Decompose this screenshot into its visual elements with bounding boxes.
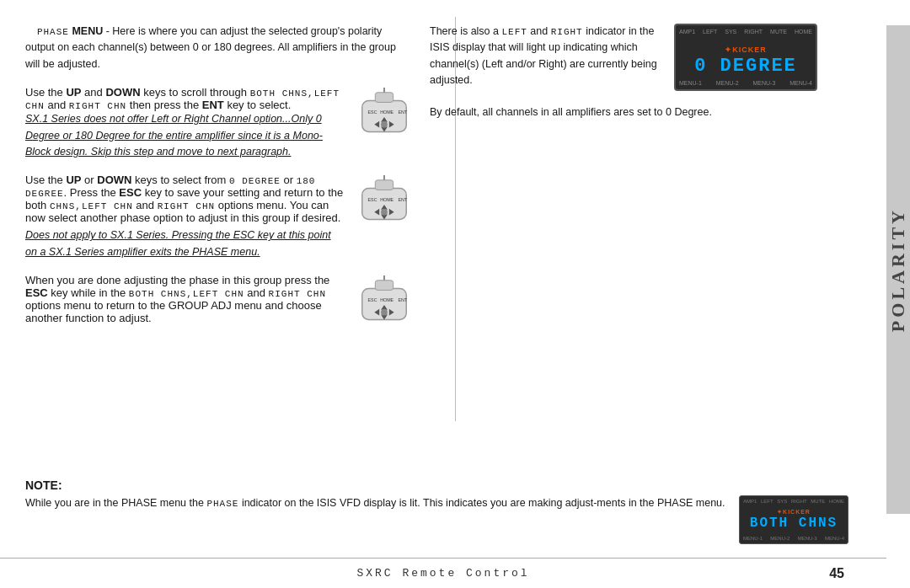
svg-text:ESC: ESC xyxy=(368,297,377,302)
use-the: Use the xyxy=(25,86,66,99)
svg-point-10 xyxy=(381,121,388,128)
note-header: NOTE: xyxy=(25,478,861,492)
sx1-note-1: SX.1 Series does not offer Left or Right… xyxy=(25,113,323,158)
controller-image-3: ESC HOME ENT xyxy=(356,274,413,331)
select-degree-text: Use the UP or DOWN keys to select from 0… xyxy=(25,174,345,260)
phase-menu-intro: PHASE MENU - Here is where you can adjus… xyxy=(25,24,413,72)
phase-indicator-note: PHASE xyxy=(206,499,238,509)
page-container: POLARITY PHASE MENU - Here is where you … xyxy=(0,0,910,588)
up-down-block: Use the UP and DOWN keys to scroll throu… xyxy=(25,86,413,160)
0-degree-mono: 0 DEGREE xyxy=(229,176,281,186)
controller-svg-2: ESC HOME ENT xyxy=(356,174,413,231)
note-display-text: BOTH CHNS xyxy=(750,516,838,531)
sx1-note-2: Does not apply to SX.1 Series. Pressing … xyxy=(25,229,331,257)
down-key-2: DOWN xyxy=(97,174,131,186)
done-adjusting-block: When you are done adjusting the phase in… xyxy=(25,274,413,331)
note-kicker-logo: ✦KICKER xyxy=(777,509,811,516)
note-bottom-labels: MENU-1MENU-2MENU-3MENU-4 xyxy=(740,536,848,541)
tab-text: POLARITY xyxy=(887,207,909,332)
display-bottom-labels: MENU-1 MENU-2 MENU-3 MENU-4 xyxy=(676,80,816,86)
svg-rect-12 xyxy=(375,180,393,190)
up-key-2: UP xyxy=(66,174,81,186)
esc-key: ESC xyxy=(119,186,142,199)
display-center: ✦KICKER 0 DEGREE xyxy=(694,45,797,77)
bottom-bar: SXRC Remote Control 45 xyxy=(0,558,886,588)
done-adjusting-text: When you are done adjusting the phase in… xyxy=(25,274,345,324)
svg-point-32 xyxy=(381,309,388,316)
controller-svg-3: ESC HOME ENT xyxy=(356,274,413,331)
right-tab: POLARITY xyxy=(886,25,910,514)
menu-bold: MENU xyxy=(72,25,103,37)
controller-image-1: ESC HOME ENT xyxy=(356,86,413,143)
left-indicator: LEFT xyxy=(501,27,527,37)
note-section: NOTE: While you are in the PHASE menu th… xyxy=(25,478,861,544)
left-column: PHASE MENU - Here is where you can adjus… xyxy=(25,24,413,345)
right-chn-mono-3: RIGHT CHN xyxy=(269,289,326,299)
up-key: UP xyxy=(66,86,81,99)
svg-text:ENT: ENT xyxy=(399,110,408,115)
left-chn-mono-2: LEFT CHN xyxy=(82,201,133,211)
phase-keyword: PHASE xyxy=(37,27,69,37)
default-text: By default, all channels in all amplifie… xyxy=(430,104,809,120)
svg-text:ENT: ENT xyxy=(399,197,408,202)
controller-svg-1: ESC HOME ENT xyxy=(356,86,413,143)
both-chns-mono: BOTH CHNS, xyxy=(250,88,314,99)
controller-image-2: ESC HOME ENT xyxy=(356,174,413,231)
esc-key-2: ESC xyxy=(25,286,48,299)
note-text-content: While you are in the PHASE menu the PHAS… xyxy=(25,495,727,511)
down-key: DOWN xyxy=(105,86,140,99)
svg-point-21 xyxy=(381,209,388,216)
svg-text:HOME: HOME xyxy=(380,197,393,202)
kicker-display: AMP1 LEFT SYS RIGHT MUTE HOME ✦KICKER 0 … xyxy=(674,24,817,91)
svg-text:ESC: ESC xyxy=(368,197,377,202)
right-chn-mono: RIGHT CHN xyxy=(69,101,126,111)
default-text-block: By default, all channels in all amplifie… xyxy=(430,104,809,120)
indent xyxy=(25,25,37,37)
display-block: There is also a LEFT and RIGHT indicator… xyxy=(430,24,809,91)
left-chn-mono-3: LEFT CHN xyxy=(193,289,244,299)
page-number: 45 xyxy=(829,566,844,581)
right-column: There is also a LEFT and RIGHT indicator… xyxy=(430,24,843,132)
display-top-labels: AMP1 LEFT SYS RIGHT MUTE HOME xyxy=(676,29,816,35)
kicker-logo: ✦KICKER xyxy=(725,45,767,54)
select-degree-block: Use the UP or DOWN keys to select from 0… xyxy=(25,174,413,260)
note-kicker-display: AMP1LEFTSYSRIGHTMUTEHOME ✦KICKER BOTH CH… xyxy=(739,495,848,544)
kicker-display-panel: AMP1 LEFT SYS RIGHT MUTE HOME ✦KICKER 0 … xyxy=(674,24,809,91)
degree-display: 0 DEGREE xyxy=(694,56,797,77)
note-display-container: AMP1LEFTSYSRIGHTMUTEHOME ✦KICKER BOTH CH… xyxy=(739,495,861,544)
note-top-labels: AMP1LEFTSYSRIGHTMUTEHOME xyxy=(740,499,848,504)
right-indicator: RIGHT xyxy=(551,27,583,37)
svg-text:HOME: HOME xyxy=(380,297,393,302)
ent-key: ENT xyxy=(202,99,224,111)
right-text-block: There is also a LEFT and RIGHT indicator… xyxy=(430,24,662,89)
right-chn-mono-2: RIGHT CHN xyxy=(158,201,215,211)
both-chns-mono-2: BOTH CHNS, xyxy=(129,289,193,299)
bottom-title: SXRC Remote Control xyxy=(356,567,529,580)
svg-rect-1 xyxy=(375,93,393,103)
svg-text:HOME: HOME xyxy=(380,110,393,115)
up-down-text: Use the UP and DOWN keys to scroll throu… xyxy=(25,86,345,160)
svg-text:ENT: ENT xyxy=(399,297,408,302)
svg-rect-23 xyxy=(375,281,393,291)
note-body: While you are in the PHASE menu the PHAS… xyxy=(25,495,861,544)
svg-text:ESC: ESC xyxy=(368,110,377,115)
chns-mono: CHNS, xyxy=(50,201,82,211)
